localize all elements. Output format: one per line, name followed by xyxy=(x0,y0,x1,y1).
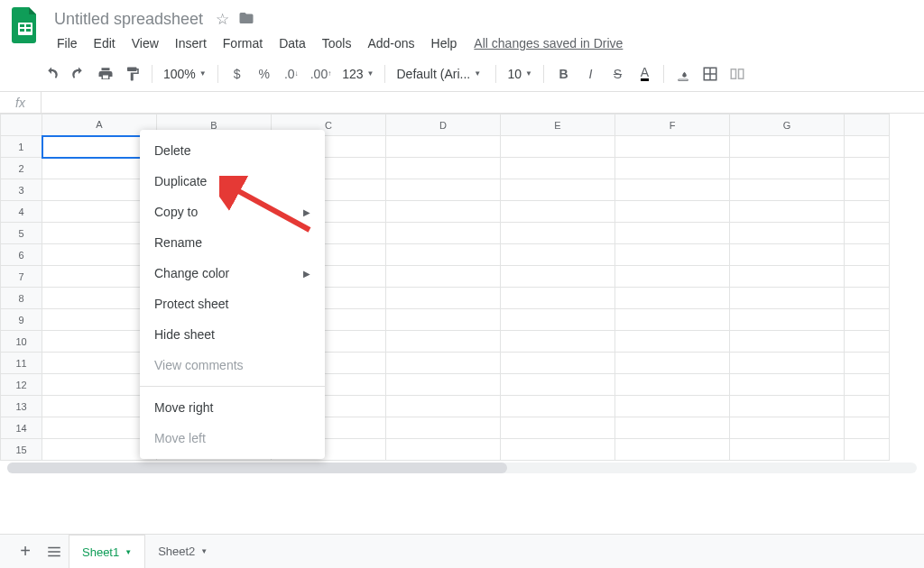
cell[interactable] xyxy=(615,201,730,223)
column-header[interactable]: F xyxy=(615,115,730,136)
cell[interactable] xyxy=(845,331,890,353)
cell[interactable] xyxy=(845,201,890,223)
cell[interactable] xyxy=(845,439,890,461)
menu-item-changecolor[interactable]: Change color▶ xyxy=(140,258,325,289)
cell[interactable] xyxy=(501,439,615,461)
row-header[interactable]: 7 xyxy=(1,266,42,288)
cell[interactable] xyxy=(615,439,730,461)
menu-item-protect[interactable]: Protect sheet xyxy=(140,289,325,319)
menu-format[interactable]: Format xyxy=(215,32,271,54)
fill-color-button[interactable] xyxy=(671,62,695,86)
redo-button[interactable] xyxy=(67,62,90,86)
cell[interactable] xyxy=(501,136,615,158)
column-header[interactable] xyxy=(845,115,890,136)
sheet-tab-sheet2[interactable]: Sheet2 ▼ xyxy=(145,535,220,569)
add-sheet-button[interactable]: + xyxy=(11,537,40,566)
cell[interactable] xyxy=(615,417,730,439)
cell[interactable] xyxy=(386,244,501,266)
percent-button[interactable]: % xyxy=(253,62,276,86)
cell[interactable] xyxy=(730,244,845,266)
horizontal-scrollbar[interactable] xyxy=(7,463,917,473)
italic-button[interactable]: I xyxy=(578,62,602,86)
cell[interactable] xyxy=(501,223,615,244)
row-header[interactable]: 2 xyxy=(1,158,42,179)
cell[interactable] xyxy=(501,244,615,266)
cell[interactable] xyxy=(615,374,730,396)
merge-cells-button[interactable] xyxy=(725,62,749,86)
cell[interactable] xyxy=(615,158,730,179)
row-header[interactable]: 9 xyxy=(1,309,42,331)
bold-button[interactable]: B xyxy=(551,62,575,86)
row-header[interactable]: 4 xyxy=(1,201,42,223)
cell[interactable] xyxy=(730,396,845,417)
cell[interactable] xyxy=(386,439,501,461)
cell[interactable] xyxy=(615,179,730,201)
cell[interactable] xyxy=(501,179,615,201)
borders-button[interactable] xyxy=(698,62,722,86)
cell[interactable] xyxy=(615,223,730,244)
sheet-tab-sheet1[interactable]: Sheet1 ▼ xyxy=(69,535,145,569)
cell[interactable] xyxy=(386,201,501,223)
cell[interactable] xyxy=(615,288,730,309)
move-folder-icon[interactable] xyxy=(238,10,254,29)
cell[interactable] xyxy=(386,288,501,309)
cell[interactable] xyxy=(501,353,615,374)
cell[interactable] xyxy=(386,223,501,244)
star-icon[interactable]: ☆ xyxy=(216,10,229,29)
cell[interactable] xyxy=(501,158,615,179)
cell[interactable] xyxy=(615,331,730,353)
document-title[interactable]: Untitled spreadsheet xyxy=(49,10,208,29)
cell[interactable] xyxy=(615,266,730,288)
cell[interactable] xyxy=(730,374,845,396)
cell[interactable] xyxy=(501,266,615,288)
cell[interactable] xyxy=(845,223,890,244)
cell[interactable] xyxy=(386,158,501,179)
cell[interactable] xyxy=(845,396,890,417)
menu-data[interactable]: Data xyxy=(271,32,314,54)
column-header[interactable]: G xyxy=(730,115,845,136)
zoom-dropdown[interactable]: 100%▼ xyxy=(158,67,212,81)
number-format-dropdown[interactable]: 123▼ xyxy=(337,67,379,81)
sheets-logo[interactable] xyxy=(7,7,43,43)
cell[interactable] xyxy=(730,201,845,223)
menu-item-copyto[interactable]: Copy to▶ xyxy=(140,197,325,227)
menu-addons[interactable]: Add-ons xyxy=(359,32,422,54)
cell[interactable] xyxy=(845,374,890,396)
select-all-corner[interactable] xyxy=(1,115,42,136)
cell[interactable] xyxy=(501,309,615,331)
cell[interactable] xyxy=(845,158,890,179)
cell[interactable] xyxy=(845,288,890,309)
row-header[interactable]: 10 xyxy=(1,331,42,353)
row-header[interactable]: 15 xyxy=(1,439,42,461)
cell[interactable] xyxy=(386,179,501,201)
cell[interactable] xyxy=(386,417,501,439)
cell[interactable] xyxy=(501,201,615,223)
cell[interactable] xyxy=(730,417,845,439)
cell[interactable] xyxy=(386,309,501,331)
font-size-dropdown[interactable]: 10▼ xyxy=(502,67,538,81)
cell[interactable] xyxy=(501,331,615,353)
cell[interactable] xyxy=(386,266,501,288)
cell[interactable] xyxy=(730,179,845,201)
cell[interactable] xyxy=(845,244,890,266)
menu-item-duplicate[interactable]: Duplicate xyxy=(140,166,325,197)
menu-insert[interactable]: Insert xyxy=(167,32,215,54)
row-header[interactable]: 11 xyxy=(1,353,42,374)
column-header[interactable]: D xyxy=(386,115,501,136)
cell[interactable] xyxy=(730,223,845,244)
paint-format-button[interactable] xyxy=(121,62,144,86)
cell[interactable] xyxy=(615,244,730,266)
cell[interactable] xyxy=(730,266,845,288)
undo-button[interactable] xyxy=(40,62,63,86)
cell[interactable] xyxy=(845,266,890,288)
spreadsheet-grid[interactable]: A B C D E F G 123456789101112131415 xyxy=(0,114,924,473)
cell[interactable] xyxy=(615,136,730,158)
cell[interactable] xyxy=(386,136,501,158)
cell[interactable] xyxy=(730,136,845,158)
cell[interactable] xyxy=(845,136,890,158)
cell[interactable] xyxy=(501,417,615,439)
menu-file[interactable]: File xyxy=(49,32,86,54)
column-header[interactable]: E xyxy=(501,115,615,136)
cell[interactable] xyxy=(845,309,890,331)
formula-input[interactable] xyxy=(42,92,924,113)
